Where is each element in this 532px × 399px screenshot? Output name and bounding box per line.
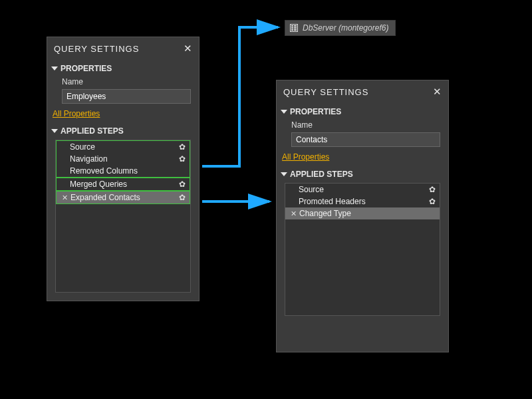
caret-down-icon: [281, 172, 287, 176]
delete-step-icon[interactable]: ✕: [291, 209, 297, 218]
step-label: Changed Type: [299, 209, 351, 218]
all-properties-link[interactable]: All Properties: [53, 109, 100, 118]
step-label: Merged Queries: [70, 180, 127, 189]
data-source-pill[interactable]: DbServer (montegoref6): [285, 20, 396, 36]
arrow-source-to-dbserver: [202, 27, 278, 166]
properties-section: PROPERTIES Name All Properties: [277, 104, 448, 167]
name-input[interactable]: [291, 132, 440, 147]
gear-icon[interactable]: ✿: [179, 142, 186, 152]
step-label: Expanded Contacts: [70, 193, 140, 202]
applied-steps-header[interactable]: APPLIED STEPS: [282, 168, 443, 182]
gear-icon[interactable]: ✿: [179, 180, 186, 189]
svg-rect-4: [291, 29, 293, 31]
caret-down-icon: [281, 110, 287, 114]
step-label: Removed Columns: [70, 166, 138, 176]
database-icon: [289, 23, 299, 33]
applied-step-row[interactable]: Navigation✿: [56, 153, 190, 165]
svg-rect-3: [291, 27, 293, 29]
applied-steps-section: APPLIED STEPS Source✿Promoted Headers✿✕C…: [277, 167, 448, 324]
close-icon[interactable]: ✕: [184, 43, 192, 55]
properties-header[interactable]: PROPERTIES: [53, 63, 194, 76]
step-label: Source: [70, 142, 95, 152]
name-label: Name: [282, 119, 443, 131]
panel-header: QUERY SETTINGS ✕: [277, 80, 448, 104]
properties-header[interactable]: PROPERTIES: [282, 106, 443, 119]
svg-rect-2: [291, 25, 293, 27]
query-settings-panel-left: QUERY SETTINGS ✕ PROPERTIES Name All Pro…: [47, 37, 200, 301]
svg-rect-5: [294, 25, 297, 27]
caret-down-icon: [51, 66, 58, 70]
all-properties-link[interactable]: All Properties: [282, 152, 329, 162]
applied-step-row[interactable]: Merged Queries✿: [56, 178, 190, 191]
panel-header: QUERY SETTINGS ✕: [47, 37, 199, 61]
gear-icon[interactable]: ✿: [429, 197, 436, 206]
properties-section: PROPERTIES Name All Properties: [47, 61, 199, 124]
svg-rect-6: [294, 27, 297, 29]
gear-icon[interactable]: ✿: [179, 154, 186, 164]
gear-icon[interactable]: ✿: [179, 193, 186, 202]
applied-step-row[interactable]: Promoted Headers✿: [285, 196, 440, 207]
applied-steps-section: APPLIED STEPS Source✿Navigation✿Removed …: [47, 124, 199, 301]
data-source-label: DbServer (montegoref6): [303, 23, 388, 33]
panel-title: QUERY SETTINGS: [54, 44, 139, 54]
close-icon[interactable]: ✕: [433, 86, 442, 98]
query-settings-panel-right: QUERY SETTINGS ✕ PROPERTIES Name All Pro…: [276, 80, 449, 352]
applied-step-row[interactable]: Source✿: [285, 184, 440, 196]
gear-icon[interactable]: ✿: [429, 185, 436, 194]
name-label: Name: [53, 76, 194, 88]
applied-step-row[interactable]: Removed Columns: [56, 165, 190, 178]
name-input[interactable]: [62, 89, 191, 104]
applied-step-row[interactable]: ✕Expanded Contacts✿: [56, 191, 190, 204]
applied-steps-list: Source✿Navigation✿Removed ColumnsMerged …: [55, 140, 191, 293]
caret-down-icon: [51, 129, 58, 133]
applied-steps-list: Source✿Promoted Headers✿✕Changed Type: [285, 183, 440, 316]
step-label: Navigation: [70, 154, 108, 164]
panel-title: QUERY SETTINGS: [283, 87, 368, 97]
applied-step-row[interactable]: ✕Changed Type: [285, 207, 440, 219]
svg-rect-7: [294, 29, 297, 31]
applied-step-row[interactable]: Source✿: [56, 140, 190, 153]
delete-step-icon[interactable]: ✕: [62, 194, 68, 202]
step-label: Source: [299, 185, 324, 194]
applied-steps-header[interactable]: APPLIED STEPS: [53, 125, 194, 138]
step-label: Promoted Headers: [299, 197, 366, 206]
